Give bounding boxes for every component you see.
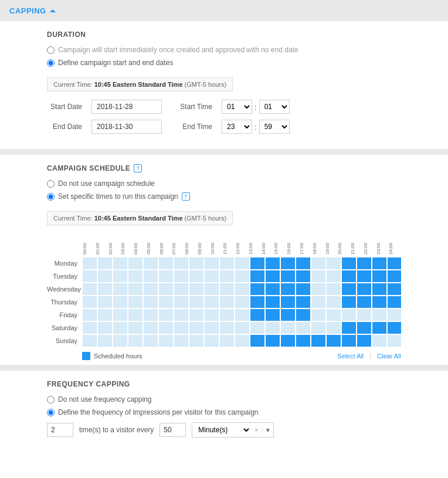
schedule-cell[interactable] xyxy=(204,270,219,283)
schedule-cell[interactable] xyxy=(280,283,296,296)
schedule-cell[interactable] xyxy=(189,257,204,270)
freq-select-clear-icon[interactable]: × xyxy=(251,426,262,433)
schedule-cell[interactable] xyxy=(372,296,387,309)
schedule-cell[interactable] xyxy=(235,296,250,309)
schedule-cell[interactable] xyxy=(341,334,357,347)
schedule-cell[interactable] xyxy=(128,321,143,334)
freq-radio1[interactable] xyxy=(47,396,55,404)
schedule-cell[interactable] xyxy=(280,321,296,334)
schedule-cell[interactable] xyxy=(235,257,250,270)
schedule-cell[interactable] xyxy=(113,296,128,309)
schedule-cell[interactable] xyxy=(97,334,113,347)
schedule-cell[interactable] xyxy=(387,270,401,283)
schedule-cell[interactable] xyxy=(357,321,372,334)
schedule-cell[interactable] xyxy=(341,283,357,296)
schedule-cell[interactable] xyxy=(387,309,401,321)
schedule-cell[interactable] xyxy=(387,334,401,347)
schedule-cell[interactable] xyxy=(250,321,265,334)
schedule-cell[interactable] xyxy=(341,296,357,309)
schedule-cell[interactable] xyxy=(235,270,250,283)
schedule-cell[interactable] xyxy=(372,283,387,296)
schedule-cell[interactable] xyxy=(387,257,401,270)
schedule-cell[interactable] xyxy=(143,296,158,309)
schedule-cell[interactable] xyxy=(143,257,158,270)
schedule-cell[interactable] xyxy=(97,283,113,296)
schedule-cell[interactable] xyxy=(250,334,265,347)
schedule-cell[interactable] xyxy=(311,257,326,270)
schedule-cell[interactable] xyxy=(235,321,250,334)
schedule-cell[interactable] xyxy=(113,334,128,347)
schedule-cell[interactable] xyxy=(235,283,250,296)
schedule-cell[interactable] xyxy=(372,321,387,334)
schedule-cell[interactable] xyxy=(265,309,280,321)
schedule-cell[interactable] xyxy=(341,309,357,321)
schedule-cell[interactable] xyxy=(113,321,128,334)
schedule-cell[interactable] xyxy=(219,321,235,334)
schedule-cell[interactable] xyxy=(341,321,357,334)
schedule-cell[interactable] xyxy=(113,257,128,270)
schedule-cell[interactable] xyxy=(311,321,326,334)
schedule-cell[interactable] xyxy=(326,257,341,270)
schedule-cell[interactable] xyxy=(372,309,387,321)
schedule-cell[interactable] xyxy=(235,309,250,321)
select-all-link[interactable]: Select All xyxy=(337,352,364,360)
freq-times-input[interactable] xyxy=(47,423,73,437)
schedule-cell[interactable] xyxy=(82,309,97,321)
schedule-cell[interactable] xyxy=(265,296,280,309)
schedule-cell[interactable] xyxy=(250,257,265,270)
schedule-cell[interactable] xyxy=(113,309,128,321)
schedule-cell[interactable] xyxy=(143,283,158,296)
schedule-cell[interactable] xyxy=(204,321,219,334)
schedule-cell[interactable] xyxy=(189,283,204,296)
schedule-cell[interactable] xyxy=(265,257,280,270)
schedule-cell[interactable] xyxy=(82,270,97,283)
schedule-cell[interactable] xyxy=(326,334,341,347)
schedule-cell[interactable] xyxy=(204,283,219,296)
schedule-cell[interactable] xyxy=(280,334,296,347)
schedule-cell[interactable] xyxy=(97,309,113,321)
start-date-input[interactable] xyxy=(91,100,162,114)
schedule-cell[interactable] xyxy=(280,270,296,283)
schedule-cell[interactable] xyxy=(189,334,204,347)
schedule-cell[interactable] xyxy=(357,270,372,283)
schedule-cell[interactable] xyxy=(265,283,280,296)
schedule-cell[interactable] xyxy=(311,283,326,296)
schedule-cell[interactable] xyxy=(265,321,280,334)
schedule-cell[interactable] xyxy=(189,321,204,334)
schedule-cell[interactable] xyxy=(326,321,341,334)
schedule-cell[interactable] xyxy=(250,296,265,309)
schedule-cell[interactable] xyxy=(296,296,311,309)
schedule-cell[interactable] xyxy=(189,270,204,283)
schedule-cell[interactable] xyxy=(143,309,158,321)
schedule-cell[interactable] xyxy=(158,321,174,334)
schedule-cell[interactable] xyxy=(143,334,158,347)
freq-radio2[interactable] xyxy=(47,409,55,416)
schedule-cell[interactable] xyxy=(219,309,235,321)
capping-arrow-icon[interactable] xyxy=(50,9,56,12)
schedule-cell[interactable] xyxy=(143,270,158,283)
end-hour-select[interactable]: 23 xyxy=(222,120,252,134)
schedule-cell[interactable] xyxy=(158,257,174,270)
schedule-cell[interactable] xyxy=(113,270,128,283)
schedule-cell[interactable] xyxy=(128,283,143,296)
schedule-cell[interactable] xyxy=(219,270,235,283)
schedule-cell[interactable] xyxy=(357,283,372,296)
schedule-cell[interactable] xyxy=(280,296,296,309)
schedule-cell[interactable] xyxy=(387,283,401,296)
start-hour-select[interactable]: 01 xyxy=(222,100,252,114)
schedule-cell[interactable] xyxy=(372,257,387,270)
schedule-cell[interactable] xyxy=(97,321,113,334)
schedule-cell[interactable] xyxy=(296,283,311,296)
schedule-cell[interactable] xyxy=(357,296,372,309)
schedule-cell[interactable] xyxy=(265,270,280,283)
schedule-cell[interactable] xyxy=(326,296,341,309)
schedule-cell[interactable] xyxy=(296,321,311,334)
schedule-cell[interactable] xyxy=(235,334,250,347)
schedule-cell[interactable] xyxy=(189,309,204,321)
schedule-cell[interactable] xyxy=(174,270,189,283)
schedule-cell[interactable] xyxy=(265,334,280,347)
schedule-cell[interactable] xyxy=(113,283,128,296)
schedule-cell[interactable] xyxy=(158,296,174,309)
schedule-cell[interactable] xyxy=(82,334,97,347)
schedule-cell[interactable] xyxy=(158,334,174,347)
